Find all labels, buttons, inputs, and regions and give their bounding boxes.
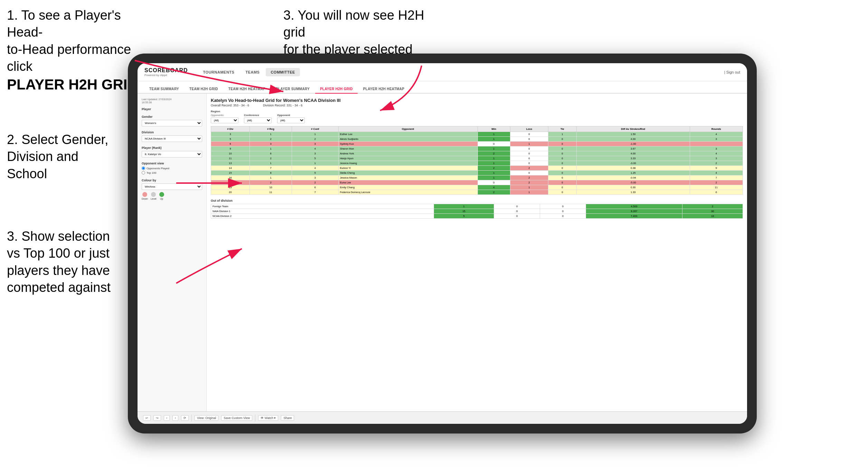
step2-line2: Division and: [7, 149, 78, 164]
cell-div: 9: [211, 146, 250, 151]
instruction-mid-left: 2. Select Gender, Division and School: [7, 131, 108, 182]
cell-rounds: 3: [690, 156, 743, 161]
save-custom-btn[interactable]: Save Custom View: [221, 415, 252, 421]
cell-opponent: Alexis Sudjianto: [338, 137, 478, 142]
th-loss: Loss: [510, 126, 548, 132]
sub-nav-player-heatmap[interactable]: PLAYER H2H HEATMAP: [358, 85, 409, 94]
instruction-top-left: 1. To see a Player's Head- to-Head perfo…: [7, 7, 138, 94]
ood-loss: 0: [494, 204, 540, 209]
ood-diff: 4.500: [586, 204, 682, 209]
nav-teams[interactable]: TEAMS: [240, 68, 264, 76]
cell-diff: -0.94: [576, 175, 690, 180]
cell-rounds: 9: [690, 166, 743, 171]
cell-loss: 0: [510, 146, 548, 151]
ood-loss: 0: [494, 214, 540, 219]
step3-top-line1: 3. You will now see H2H grid: [283, 8, 424, 39]
cell-diff: 0.30: [576, 185, 690, 190]
opponent-view-label: Opponent view: [142, 162, 202, 165]
undo-btn[interactable]: ↩: [143, 415, 151, 421]
record-row: Overall Record: 353 - 34 - 6 Division Re…: [211, 104, 743, 107]
radio-top100-input[interactable]: [142, 171, 145, 174]
nav-sign-out[interactable]: | Sign out: [724, 70, 740, 74]
cell-win: 2: [478, 166, 510, 171]
ood-win: 15: [434, 209, 494, 214]
cell-opponent: Stella Cheng: [338, 171, 478, 175]
cell-loss: 1: [510, 190, 548, 195]
step3-bottom-line4: competed against: [7, 280, 111, 295]
view-original-btn[interactable]: View: Original: [195, 415, 218, 421]
radio-opponents-played-label: Opponents Played: [147, 167, 169, 170]
cell-tie: 0: [548, 185, 576, 190]
cell-rounds: 4: [690, 151, 743, 156]
refresh-btn[interactable]: ⟳: [181, 415, 189, 421]
sub-nav-team-summary[interactable]: TEAM SUMMARY: [144, 85, 184, 94]
sub-nav-player-summary[interactable]: PLAYER SUMMARY: [271, 85, 314, 94]
cell-opponent: Federica Domecq Lacroze: [338, 190, 478, 195]
cell-reg: 2: [249, 156, 292, 161]
step3-bottom-line1: 3. Show selection: [7, 229, 110, 244]
cell-tie: 0: [548, 175, 576, 180]
cell-win: 2: [478, 190, 510, 195]
sidebar: Last Updated: 27/03/2024 16:55:38 Player…: [138, 94, 207, 411]
redo-btn[interactable]: ↪: [153, 415, 161, 421]
cell-tie: 0: [548, 166, 576, 171]
cell-reg: 2: [249, 137, 292, 142]
sub-nav-player-h2h[interactable]: PLAYER H2H GRID: [315, 85, 358, 94]
main-content: Last Updated: 27/03/2024 16:55:38 Player…: [138, 94, 747, 411]
step3-bottom-line2: vs Top 100 or just: [7, 246, 110, 260]
back-btn[interactable]: ‹: [164, 415, 170, 421]
nav-committee[interactable]: COMMITTEE: [266, 68, 300, 76]
region-select[interactable]: (All): [211, 117, 238, 123]
cell-loss: 0: [510, 171, 548, 175]
filter-conference: Conference (All): [244, 114, 272, 123]
cell-win: 0: [478, 142, 510, 146]
cell-win: 2: [478, 151, 510, 156]
player-rank-select[interactable]: 8. Katelyn Vo: [142, 151, 202, 158]
step2-line3: School: [7, 166, 47, 181]
nav-tournaments[interactable]: TOURNAMENTS: [198, 68, 239, 76]
table-row: 11 2 5 Heejo Hyun 1 0 0 3.33 3: [211, 156, 743, 161]
cell-tie: 0: [548, 190, 576, 195]
instruction-bottom-left: 3. Show selection vs Top 100 or just pla…: [7, 228, 111, 296]
watch-btn[interactable]: 👁 Watch ▾: [258, 415, 278, 421]
colour-by-select[interactable]: Win/loss: [142, 183, 202, 190]
cell-diff: 1.50: [576, 132, 690, 137]
table-row: 5 2 2 Alexis Sudjianto 1 0 0 4.00 3: [211, 137, 743, 142]
th-opponent: Opponent: [338, 126, 478, 132]
ood-label: NCAA Division 2: [211, 214, 434, 219]
legend-level-label: Level: [151, 198, 157, 200]
cell-div: 5: [211, 137, 250, 142]
cell-diff: 0.38: [576, 166, 690, 171]
conference-select[interactable]: (All): [244, 117, 272, 123]
division-select[interactable]: NCAA Division III: [142, 135, 202, 142]
division-section: Division NCAA Division III: [142, 131, 202, 142]
cell-rounds: 2: [690, 180, 743, 185]
gender-label: Gender: [142, 115, 202, 118]
ood-win: 1: [434, 204, 494, 209]
radio-opponents-played-input[interactable]: [142, 166, 145, 170]
cell-opponent: Jessica Huang: [338, 161, 478, 166]
ood-rounds: 2: [682, 204, 743, 209]
share-btn[interactable]: Share: [281, 415, 294, 421]
cell-tie: 0: [548, 137, 576, 142]
cell-opponent: Sharon Mun: [338, 146, 478, 151]
cell-loss: 2: [510, 175, 548, 180]
sub-nav-team-heatmap[interactable]: TEAM H2H HEATMAP: [224, 85, 270, 94]
cell-conf: 3: [292, 175, 338, 180]
opponent-select[interactable]: (All): [277, 117, 305, 123]
filter-row: Region Opponents: (All) Conference (All): [211, 110, 743, 123]
cell-div: 20: [211, 190, 250, 195]
cell-opponent: Heejo Hyun: [338, 156, 478, 161]
filter-opponent-label: Opponent: [277, 114, 305, 117]
sub-nav-team-h2h[interactable]: TEAM H2H GRID: [185, 85, 223, 94]
cell-win: 0: [478, 180, 510, 185]
ood-table-row: NCAA Division 2 5 0 0 7.400 10: [211, 214, 743, 219]
cell-diff: -3.00: [576, 161, 690, 166]
gender-select[interactable]: Women's: [142, 120, 202, 126]
radio-group: Opponents Played Top 100: [142, 166, 202, 174]
cell-rounds: 3: [690, 137, 743, 142]
cell-tie: 0: [548, 156, 576, 161]
cell-tie: 0: [548, 161, 576, 166]
forward-btn[interactable]: ›: [172, 415, 178, 421]
cell-opponent: Euna Lee: [338, 180, 478, 185]
